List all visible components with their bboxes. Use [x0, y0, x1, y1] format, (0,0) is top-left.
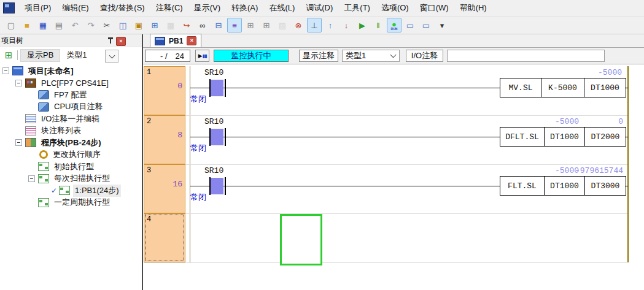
find-icon[interactable]: ∞ — [195, 18, 210, 32]
show-pb-filter-icon[interactable]: ⊞ — [2, 50, 15, 61]
menu-item-10[interactable]: 选项(O) — [376, 0, 414, 16]
tree-item-1[interactable]: 项目[未命名] — [0, 65, 142, 77]
pin-icon[interactable] — [107, 37, 114, 44]
comment-type-select[interactable]: 类型1 — [342, 50, 400, 62]
monitor-halt-icon[interactable]: ‖ — [371, 18, 386, 32]
upload-from-plc-icon[interactable]: ↓ — [339, 18, 354, 32]
tree-item-label: 初始执行型 — [52, 161, 96, 173]
tree-item-7[interactable]: 程序块(PB-24步) — [0, 137, 142, 149]
copy-icon[interactable]: ◫ — [115, 18, 130, 32]
tree-type-select-value[interactable]: 类型1 — [66, 50, 87, 61]
instruction-operand-3[interactable]: DT3000 — [584, 177, 626, 195]
register-monitor-icon[interactable]: ⊟ — [211, 18, 226, 32]
show-comment-button[interactable]: 显示注释 — [299, 50, 338, 62]
monitor-toggle-button[interactable]: ▶▮▮ — [195, 50, 209, 62]
rung-wire — [190, 186, 500, 186]
tab-close-icon[interactable]: × — [187, 36, 196, 45]
edit-disabled-icon[interactable]: ▨ — [275, 18, 290, 32]
io-comment-button[interactable]: I/O注释 — [406, 50, 443, 62]
instruction-box[interactable]: MV.SLK-5000DT1000 — [500, 78, 626, 97]
tree-expander-icon[interactable] — [28, 175, 35, 182]
undo-icon[interactable]: ↶ — [68, 18, 82, 32]
tree-expander-icon[interactable] — [15, 80, 22, 86]
show-pb-button[interactable]: 显示PB — [20, 49, 60, 62]
tree-expander-icon[interactable] — [2, 67, 9, 74]
step-total: 24 — [176, 52, 184, 61]
save-icon[interactable]: ▦ — [36, 18, 50, 32]
rung-step-number: 16 — [148, 180, 182, 189]
menu-item-6[interactable]: 转换(A) — [226, 0, 263, 16]
tree-expander-icon[interactable] — [15, 139, 22, 146]
cut-icon[interactable]: ✂ — [99, 18, 114, 32]
tree-item-9[interactable]: 初始执行型 — [0, 161, 142, 173]
tree-item-10[interactable]: 每次扫描执行型 — [0, 173, 142, 185]
new-file-icon[interactable]: ▢ — [4, 18, 18, 32]
run-mode-icon[interactable]: ●RUN — [387, 18, 402, 32]
comment-type-value: 类型1 — [346, 50, 366, 61]
tree-item-2[interactable]: PLC[FP7 CPS41E] — [0, 77, 142, 90]
instruction-operand-2[interactable]: K-5000 — [541, 78, 584, 97]
instruction-box[interactable]: FLT.SLDT1000DT3000 — [500, 176, 626, 196]
paste-icon[interactable]: ▣ — [131, 18, 146, 32]
exec-order-icon — [39, 150, 48, 159]
tree-item-3[interactable]: FP7 配置 — [0, 89, 142, 101]
contact-device-label: SR10 — [204, 166, 223, 175]
insert-instruction-icon[interactable]: ⊞ — [147, 18, 162, 32]
menu-item-8[interactable]: 调试(D) — [300, 0, 338, 16]
clear-plc-icon[interactable]: ⊗ — [291, 18, 306, 32]
menu-item-4[interactable]: 注释(C) — [150, 0, 188, 16]
download-to-plc-icon[interactable]: ↑ — [323, 18, 338, 32]
instruction-operand-1[interactable]: FLT.SL — [500, 177, 544, 195]
tree-item-6[interactable]: 块注释列表 — [0, 125, 142, 137]
instruction-operand-1[interactable]: DFLT.SL — [500, 128, 544, 146]
tree-item-12[interactable]: 一定周期执行型 — [0, 197, 142, 209]
device-monitor-icon[interactable]: ▭ — [403, 18, 417, 32]
tree-item-11[interactable]: ✓1:PB1(24步) — [0, 185, 142, 197]
convert-icon[interactable]: ▩ — [163, 18, 178, 32]
monitor-run-icon[interactable]: ▶ — [355, 18, 370, 32]
glyph: ▨ — [279, 21, 286, 29]
menu-item-5[interactable]: 显示(V) — [188, 0, 226, 16]
menu-item-1[interactable]: 项目(P) — [19, 0, 56, 16]
instruction-operand-3[interactable]: DT2000 — [584, 128, 626, 146]
comment-input[interactable] — [447, 50, 605, 62]
open-folder-icon[interactable]: ■ — [20, 18, 34, 32]
tree-item-5[interactable]: I/O注释一并编辑 — [0, 113, 142, 125]
glyph: ‖ — [376, 21, 379, 29]
monitor-value: -5000 — [598, 68, 622, 77]
tree-type-select-arrow[interactable] — [105, 50, 118, 63]
menu-item-11[interactable]: 窗口(W) — [414, 0, 454, 16]
close-panel-button[interactable]: × — [116, 37, 126, 46]
menu-item-12[interactable]: 帮助(H) — [454, 0, 492, 16]
redo-icon[interactable]: ↷ — [83, 18, 98, 32]
chevron-down-icon — [109, 52, 115, 58]
io-map-2-icon[interactable]: ⊞ — [259, 18, 274, 32]
instruction-operand-2[interactable]: DT1000 — [544, 177, 584, 195]
menu-item-9[interactable]: 工具(T) — [338, 0, 376, 16]
program-blocks-icon — [25, 138, 36, 147]
app-icon — [3, 2, 15, 13]
io-map-icon[interactable]: ⊞ — [243, 18, 258, 32]
jump-icon[interactable]: ↪ — [179, 18, 194, 32]
tree-item-8[interactable]: 更改执行顺序 — [0, 149, 142, 161]
tab-pb1[interactable]: PB1 × — [150, 34, 201, 47]
display-comment-icon[interactable]: ≡ — [227, 18, 242, 32]
contact-on-fill[interactable] — [211, 80, 223, 96]
menu-item-3[interactable]: 查找/替换(S) — [95, 0, 150, 16]
tree-item-4[interactable]: CPU项目注释 — [0, 101, 142, 113]
toolbar-more-icon[interactable]: ▾ — [435, 18, 449, 32]
data-monitor-icon[interactable]: ▭ — [419, 18, 433, 32]
instruction-operand-2[interactable]: DT1000 — [544, 128, 584, 146]
menu-item-2[interactable]: 编辑(E) — [56, 0, 94, 16]
contact-on-fill[interactable] — [211, 178, 223, 194]
print-icon[interactable]: ▤ — [52, 18, 66, 32]
edit-cursor[interactable] — [280, 214, 322, 265]
instruction-operand-1[interactable]: MV.SL — [500, 78, 541, 97]
menu-item-7[interactable]: 在线(L) — [263, 0, 300, 16]
instruction-box[interactable]: DFLT.SLDT1000DT2000 — [500, 127, 626, 147]
online-mode-icon[interactable]: ⊥ — [307, 18, 322, 32]
monitor-running-button[interactable]: 监控执行中 — [214, 50, 289, 62]
instruction-operand-3[interactable]: DT1000 — [584, 78, 626, 97]
contact-on-fill[interactable] — [211, 129, 223, 145]
project-tree-panel: 项目树 × ⊞ 显示PB 类型1 项目[未命名]PLC[FP7 CPS41E]F… — [0, 34, 142, 290]
